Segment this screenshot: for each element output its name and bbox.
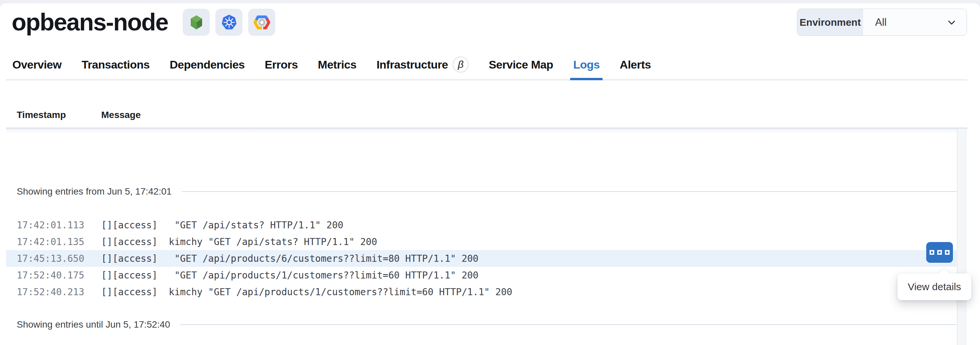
log-timestamp: 17:45:13.650 [17, 253, 101, 264]
tab-alerts[interactable]: Alerts [620, 50, 651, 80]
service-panel: opbeans-node [0, 3, 980, 345]
service-icon-badges [183, 9, 275, 36]
log-timestamp: 17:42:01.113 [17, 220, 101, 231]
kubernetes-icon [215, 9, 242, 36]
beta-badge-icon: β [453, 56, 469, 73]
log-entries-list: 17:42:01.113[][access] "GET /api/stats? … [6, 217, 957, 300]
tooltip-label: View details [908, 281, 961, 292]
divider-line [180, 324, 957, 325]
actions-icon [937, 250, 942, 255]
tab-infrastructure[interactable]: Infrastructureβ [376, 50, 469, 80]
nodejs-icon [183, 9, 210, 36]
tab-label: Dependencies [170, 58, 245, 71]
tab-label: Metrics [318, 58, 357, 71]
view-details-tooltip: View details [897, 273, 971, 300]
page-title: opbeans-node [12, 9, 168, 36]
table-row[interactable]: 17:52:40.175[][access] "GET /api/product… [6, 267, 957, 283]
tab-label: Transactions [81, 58, 150, 71]
table-row[interactable]: 17:42:01.113[][access] "GET /api/stats? … [6, 217, 957, 233]
environment-label: Environment [797, 9, 863, 35]
table-header-shadow [6, 128, 967, 133]
tab-label: Errors [265, 58, 298, 71]
tab-dependencies[interactable]: Dependencies [170, 50, 245, 80]
log-message: [][access] "GET /api/stats? HTTP/1.1" 20… [101, 220, 344, 231]
showing-entries-until: Showing entries until Jun 5, 17:52:40 [6, 319, 957, 330]
tab-label: Overview [12, 58, 62, 71]
log-message: [][access] "GET /api/products/6/customer… [101, 253, 478, 264]
apm-service-page: opbeans-node [0, 0, 980, 345]
tab-label: Logs [573, 58, 600, 71]
tab-service-map[interactable]: Service Map [488, 50, 553, 80]
log-timestamp: 17:52:40.175 [17, 270, 101, 281]
log-message: [][access] "GET /api/products/1/customer… [101, 270, 478, 281]
actions-icon [945, 250, 950, 255]
row-actions-button[interactable] [926, 242, 953, 263]
environment-select[interactable]: Environment All [797, 9, 967, 36]
log-message: [][access] kimchy "GET /api/stats? HTTP/… [101, 236, 377, 248]
table-row[interactable]: 17:52:40.213[][access] kimchy "GET /api/… [6, 283, 957, 300]
tab-errors[interactable]: Errors [265, 50, 298, 80]
tab-label: Infrastructure [376, 58, 448, 71]
vertical-scrollbar[interactable] [957, 128, 966, 345]
tab-transactions[interactable]: Transactions [81, 50, 150, 80]
table-row[interactable]: 17:42:01.135[][access] kimchy "GET /api/… [6, 233, 957, 250]
google-cloud-icon [248, 9, 275, 36]
tab-label: Service Map [488, 58, 553, 71]
tab-bar: OverviewTransactionsDependenciesErrorsMe… [6, 50, 967, 80]
log-message: [][access] kimchy "GET /api/products/1/c… [101, 286, 512, 297]
table-row[interactable]: 17:45:13.650[][access] "GET /api/product… [6, 250, 957, 267]
tab-label: Alerts [620, 58, 651, 71]
service-header: opbeans-node [0, 3, 980, 36]
log-timestamp: 17:52:40.213 [17, 286, 101, 297]
log-timestamp: 17:42:01.135 [17, 236, 101, 248]
tab-overview[interactable]: Overview [12, 50, 62, 80]
log-table-header: Timestamp Message [6, 110, 967, 120]
chevron-down-icon [946, 17, 957, 28]
column-header-timestamp: Timestamp [17, 110, 101, 120]
tab-logs[interactable]: Logs [573, 50, 600, 80]
showing-entries-from: Showing entries from Jun 5, 17:42:01 [6, 186, 957, 197]
actions-icon [929, 250, 934, 255]
environment-value: All [863, 9, 967, 35]
divider-line [182, 191, 957, 192]
column-header-message: Message [101, 110, 141, 120]
tab-metrics[interactable]: Metrics [318, 50, 357, 80]
